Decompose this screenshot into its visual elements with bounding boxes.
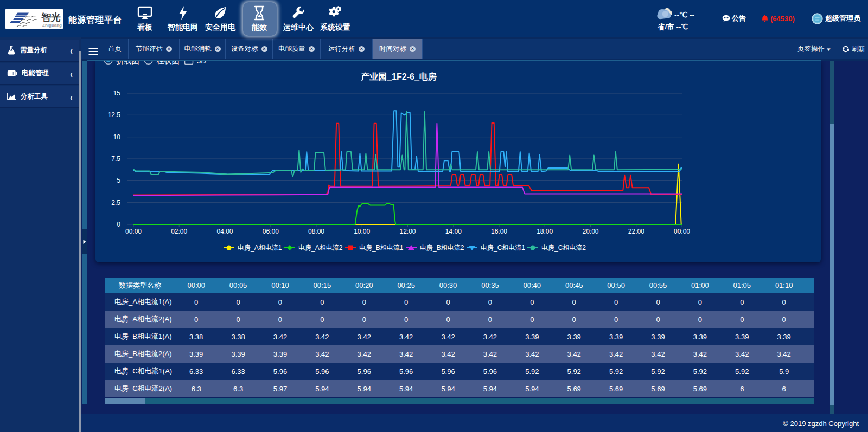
svg-text:7.5: 7.5: [111, 155, 120, 163]
svg-text:电房_B相电流1: 电房_B相电流1: [359, 244, 404, 252]
svg-text:产业园_1F2-6_电房: 产业园_1F2-6_电房: [360, 72, 437, 81]
svg-text:02:00: 02:00: [171, 228, 187, 235]
svg-text:04:00: 04:00: [216, 228, 233, 235]
svg-text:16:00: 16:00: [491, 228, 507, 235]
svg-text:2.5: 2.5: [111, 199, 120, 207]
svg-text:00:00: 00:00: [125, 228, 142, 235]
svg-text:00:00: 00:00: [674, 228, 690, 235]
svg-text:14:00: 14:00: [445, 228, 462, 235]
svg-text:电房_A相电流1: 电房_A相电流1: [238, 244, 282, 252]
svg-text:15: 15: [113, 89, 121, 97]
svg-text:柱状图: 柱状图: [157, 61, 180, 65]
svg-text:智光: 智光: [41, 12, 61, 23]
svg-text:0: 0: [117, 221, 120, 228]
svg-text:22:00: 22:00: [628, 228, 644, 235]
svg-text:06:00: 06:00: [263, 228, 279, 235]
svg-text:12.5: 12.5: [108, 111, 121, 119]
svg-text:Zhiguang: Zhiguang: [42, 23, 62, 28]
svg-text:12:00: 12:00: [399, 228, 416, 235]
svg-text:电房_B相电流2: 电房_B相电流2: [420, 244, 464, 252]
svg-text:电房_C相电流2: 电房_C相电流2: [541, 244, 586, 252]
svg-text:10:00: 10:00: [354, 228, 370, 235]
svg-text:18:00: 18:00: [537, 228, 553, 235]
svg-text:08:00: 08:00: [308, 228, 324, 235]
svg-text:电房_C相电流1: 电房_C相电流1: [481, 244, 525, 252]
svg-text:3D: 3D: [197, 61, 207, 65]
svg-text:10: 10: [113, 133, 121, 141]
svg-text:折线图: 折线图: [117, 61, 139, 65]
svg-text:5: 5: [117, 177, 120, 184]
svg-text:电房_A相电流2: 电房_A相电流2: [298, 244, 343, 252]
svg-text:20:00: 20:00: [582, 228, 598, 235]
